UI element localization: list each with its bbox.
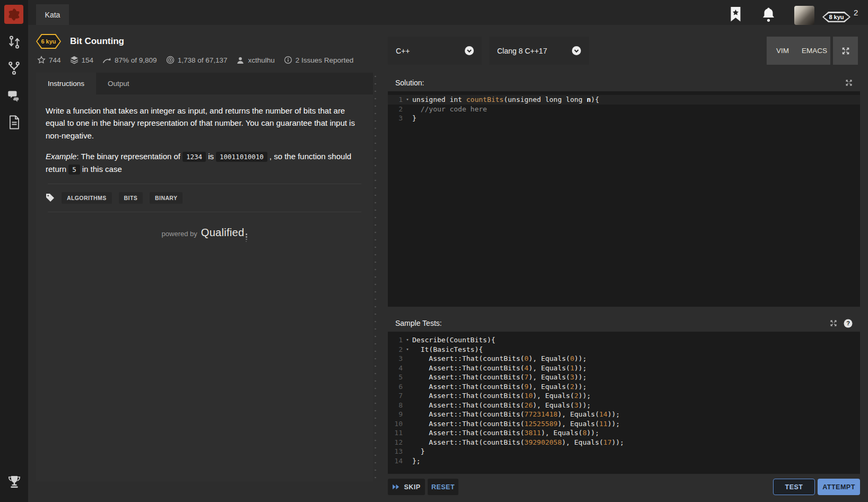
code-line[interactable]: 8 Assert::That(countBits(26), Equals(3))… [388, 401, 860, 410]
code-text: Assert::That(countBits(3811), Equals(8))… [412, 428, 599, 438]
code-line[interactable]: 2 //your code here [388, 105, 860, 114]
fold-gutter [403, 410, 412, 419]
solution-editor[interactable]: 1▾unsigned int countBits(unsigned long l… [388, 91, 860, 123]
language-select[interactable]: C++ [388, 37, 482, 65]
fork-icon [7, 61, 21, 75]
test-label: TEST [785, 483, 803, 491]
solution-expand-button[interactable] [845, 79, 853, 86]
tests-help-button[interactable]: ? [844, 319, 853, 328]
emacs-button[interactable]: EMACS [798, 37, 830, 65]
code-text: It(BasicTests){ [412, 345, 483, 354]
sidebar [0, 0, 28, 502]
honor-count: 2 [854, 0, 858, 25]
instructions-tabbar: Instructions Output [36, 73, 373, 94]
inline-code: 1234 [183, 152, 206, 162]
skip-button[interactable]: SKIP [388, 479, 425, 495]
code-line[interactable]: 14}; [388, 456, 860, 466]
tag-binary[interactable]: BINARY [150, 192, 183, 204]
fullscreen-button[interactable] [833, 37, 858, 65]
code-line[interactable]: 5 Assert::That(countBits(7), Equals(3)); [388, 373, 860, 382]
fold-gutter [403, 382, 412, 392]
code-text: Assert::That(countBits(0), Equals(0)); [412, 354, 587, 363]
code-line[interactable]: 2▾ It(BasicTests){ [388, 345, 860, 354]
code-line[interactable]: 1▾Describe(CountBits){ [388, 335, 860, 345]
stat-issues[interactable]: 2 Issues Reported [284, 56, 354, 64]
tab-instructions[interactable]: Instructions [36, 73, 96, 94]
code-line[interactable]: 9 Assert::That(countBits(77231418), Equa… [388, 410, 860, 419]
code-line[interactable]: 11 Assert::That(countBits(3811), Equals(… [388, 428, 860, 438]
codewars-kata-page: Kata 8 kyu 2 6 kyu Bit Counting [0, 0, 868, 502]
code-line[interactable]: 1▾unsigned int countBits(unsigned long l… [388, 95, 860, 105]
code-line[interactable]: 3} [388, 114, 860, 123]
stat-completion: 87% of 9,809 [102, 56, 157, 64]
user-rank-label: 8 kyu [829, 14, 844, 20]
code-line[interactable]: 7 Assert::That(countBits(10), Equals(2))… [388, 391, 860, 401]
discussions-icon [7, 90, 21, 102]
target-icon [166, 56, 175, 64]
code-line[interactable]: 12 Assert::That(countBits(392902058), Eq… [388, 438, 860, 447]
fold-gutter [403, 391, 412, 401]
solution-panel: Solution: 1▾unsigned int countBits(unsig… [388, 74, 860, 307]
code-line[interactable]: 3 Assert::That(countBits(0), Equals(0)); [388, 354, 860, 363]
line-number: 7 [388, 391, 403, 401]
code-line[interactable]: 6 Assert::That(countBits(9), Equals(2)); [388, 382, 860, 392]
fold-gutter [403, 114, 412, 123]
attempt-button[interactable]: ATTEMPT [818, 479, 860, 495]
chevron-down-icon [572, 46, 581, 55]
notifications-button[interactable] [762, 7, 775, 24]
attempt-label: ATTEMPT [822, 483, 855, 491]
vim-button[interactable]: VIM [767, 37, 798, 65]
tab-kata-label: Kata [45, 11, 60, 19]
stat-author[interactable]: xcthulhu [236, 56, 274, 64]
powered-by-label: powered by [162, 230, 197, 238]
solution-label: Solution: [395, 79, 424, 87]
tag-bits[interactable]: BITS [119, 192, 143, 204]
example-emphasis: Example [46, 152, 76, 161]
tests-expand-button[interactable] [830, 319, 837, 327]
fold-gutter [403, 354, 412, 363]
code-line[interactable]: 4 Assert::That(countBits(4), Equals(1)); [388, 363, 860, 373]
inline-code: 5 [68, 165, 80, 175]
compiler-select[interactable]: Clang 8 C++17 [489, 37, 589, 65]
sidebar-item-kumite[interactable] [0, 35, 28, 49]
rank-trend-icon [102, 56, 111, 64]
code-text: Assert::That(countBits(9), Equals(2)); [412, 382, 587, 392]
expand-icon [830, 319, 837, 327]
code-line[interactable]: 13 } [388, 447, 860, 456]
codewars-logo[interactable] [4, 5, 23, 24]
line-number: 8 [388, 401, 403, 410]
fold-marker-icon[interactable]: ▾ [403, 345, 412, 354]
code-text: Assert::That(countBits(12525589), Equals… [412, 419, 620, 429]
sample-tests-editor[interactable]: 1▾Describe(CountBits){2▾ It(BasicTests){… [388, 332, 860, 465]
sidebar-item-discussions[interactable] [0, 90, 28, 102]
example-text: is [208, 152, 214, 161]
tag-algorithms[interactable]: ALGORITHMS [62, 192, 112, 204]
line-number: 13 [388, 447, 403, 456]
tab-output[interactable]: Output [96, 73, 141, 94]
line-number: 14 [388, 456, 403, 466]
code-line[interactable]: 10 Assert::That(countBits(12525589), Equ… [388, 419, 860, 429]
sidebar-item-docs[interactable] [0, 115, 28, 129]
fold-gutter [403, 447, 412, 456]
fold-marker-icon[interactable]: ▾ [403, 335, 412, 345]
bookmark-button[interactable] [730, 7, 741, 24]
fold-gutter [403, 363, 412, 373]
expand-icon [841, 47, 850, 55]
issue-icon [284, 56, 292, 64]
kata-stats: 744 154 87% of 9,809 1,738 of 67,137 [37, 54, 353, 66]
fold-gutter [403, 428, 412, 438]
svg-text:?: ? [846, 320, 850, 326]
bell-icon [762, 7, 775, 22]
test-button[interactable]: TEST [773, 479, 815, 495]
fold-marker-icon[interactable]: ▾ [403, 95, 412, 105]
sidebar-item-forks[interactable] [0, 61, 28, 75]
stat-stars: 744 [37, 56, 61, 64]
tab-kata[interactable]: Kata [36, 4, 69, 25]
kata-description: Write a function that takes an integer a… [46, 105, 363, 142]
pane-resizer[interactable] [373, 73, 378, 481]
user-rank-badge[interactable]: 8 kyu [822, 12, 850, 22]
sidebar-item-leaderboard[interactable] [0, 475, 28, 489]
avatar[interactable] [794, 6, 814, 25]
powered-by-qualified[interactable]: powered byQualified [46, 227, 363, 243]
reset-button[interactable]: RESET [428, 479, 458, 495]
